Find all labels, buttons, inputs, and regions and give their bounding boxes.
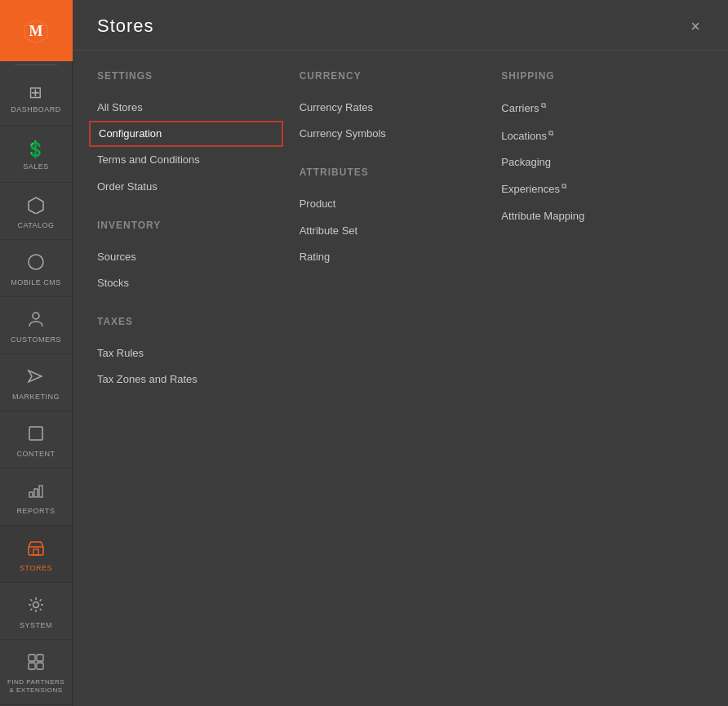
panel-content: Settings All Stores Configuration Terms … — [73, 51, 728, 706]
customers-icon — [27, 310, 45, 332]
section-heading-attributes: Attributes — [300, 167, 486, 178]
sidebar-label-catalog: CATALOG — [17, 221, 54, 230]
section-inventory: Inventory Sources Stocks — [97, 220, 283, 296]
sidebar-item-reports[interactable]: REPORTS — [0, 468, 72, 526]
sidebar-item-mobile-cms[interactable]: MOBILE CMS — [0, 240, 72, 297]
link-all-stores[interactable]: All Stores — [97, 95, 283, 121]
sidebar-item-customers[interactable]: CUSTOMERS — [0, 297, 72, 354]
link-stocks[interactable]: Stocks — [97, 270, 283, 296]
sidebar-item-stores[interactable]: STORES — [0, 526, 72, 583]
section-settings: Settings All Stores Configuration Terms … — [97, 70, 283, 200]
link-packaging[interactable]: Packaging — [501, 149, 687, 175]
sidebar-label-dashboard: DASHBOARD — [11, 105, 61, 114]
sidebar-label-system: SYSTEM — [20, 621, 52, 630]
svg-point-13 — [33, 602, 39, 607]
svg-rect-7 — [29, 427, 42, 440]
sidebar-label-stores: STORES — [20, 564, 52, 573]
column-settings: Settings All Stores Configuration Terms … — [97, 67, 300, 682]
sidebar-item-sales[interactable]: 💲 SALES — [0, 126, 72, 183]
sidebar-item-system[interactable]: SYSTEM — [0, 583, 72, 640]
sidebar-label-mobile-cms: MOBILE CMS — [11, 278, 61, 287]
sidebar-label-customers: CUSTOMERS — [11, 335, 61, 344]
sidebar-label-sales: SALES — [23, 162, 49, 171]
locations-ext-icon: ⧉ — [548, 129, 553, 137]
link-locations[interactable]: Locations⧉ — [501, 122, 687, 150]
stores-panel: Stores × Settings All Stores Configurati… — [73, 0, 728, 706]
svg-marker-3 — [29, 198, 43, 214]
svg-rect-14 — [29, 655, 35, 661]
link-tax-zones-rates[interactable]: Tax Zones and Rates — [97, 366, 283, 393]
mobile-cms-icon — [27, 253, 45, 275]
sidebar-label-marketing: MARKETING — [12, 393, 60, 402]
svg-rect-12 — [33, 549, 38, 555]
catalog-icon — [27, 196, 45, 218]
svg-rect-10 — [39, 486, 42, 497]
link-rating[interactable]: Rating — [300, 244, 486, 270]
carriers-ext-icon: ⧉ — [541, 101, 546, 109]
link-experiences[interactable]: Experiences⧉ — [501, 175, 687, 203]
logo[interactable]: M — [0, 0, 73, 61]
magento-logo-icon: M — [20, 15, 52, 47]
reports-icon — [27, 482, 45, 504]
sidebar-label-find-partners: FIND PARTNERS& EXTENSIONS — [7, 678, 64, 694]
svg-point-4 — [29, 255, 43, 269]
link-currency-rates[interactable]: Currency Rates — [300, 95, 486, 121]
sidebar-divider-top — [15, 64, 58, 65]
section-shipping: Shipping Carriers⧉ Locations⧉ Packaging … — [501, 70, 687, 229]
find-partners-icon — [27, 653, 45, 675]
section-heading-inventory: Inventory — [97, 220, 283, 231]
section-attributes: Attributes Product Attribute Set Rating — [300, 167, 486, 270]
svg-marker-6 — [29, 371, 42, 382]
svg-text:M: M — [29, 23, 43, 39]
panel-header: Stores × — [73, 0, 728, 51]
sidebar-item-catalog[interactable]: CATALOG — [0, 183, 72, 240]
link-order-status[interactable]: Order Status — [97, 174, 283, 200]
link-tax-rules[interactable]: Tax Rules — [97, 340, 283, 366]
sales-icon: 💲 — [25, 140, 47, 159]
sidebar-label-reports: REPORTS — [17, 507, 55, 516]
svg-rect-17 — [37, 663, 43, 669]
section-heading-settings: Settings — [97, 70, 283, 82]
sidebar: M ⊞ DASHBOARD 💲 SALES CATALOG MOBILE CMS — [0, 0, 73, 706]
svg-rect-8 — [29, 492, 33, 497]
marketing-icon — [27, 367, 45, 389]
dashboard-icon: ⊞ — [29, 82, 43, 102]
section-heading-taxes: Taxes — [97, 316, 283, 327]
link-terms-conditions[interactable]: Terms and Conditions — [97, 147, 283, 173]
close-button[interactable]: × — [687, 15, 704, 38]
link-configuration[interactable]: Configuration — [89, 121, 283, 147]
svg-point-5 — [33, 313, 39, 319]
sidebar-label-content: CONTENT — [17, 450, 55, 459]
link-attribute-set[interactable]: Attribute Set — [300, 218, 486, 244]
sidebar-item-content[interactable]: CONTENT — [0, 411, 72, 468]
svg-rect-15 — [37, 655, 43, 661]
svg-rect-11 — [29, 547, 43, 555]
sidebar-item-marketing[interactable]: MARKETING — [0, 354, 72, 411]
section-heading-currency: Currency — [300, 70, 486, 82]
sidebar-item-find-partners[interactable]: FIND PARTNERS& EXTENSIONS — [0, 640, 72, 705]
link-currency-symbols[interactable]: Currency Symbols — [300, 121, 486, 147]
link-sources[interactable]: Sources — [97, 244, 283, 270]
svg-rect-9 — [34, 489, 38, 497]
column-shipping: Shipping Carriers⧉ Locations⧉ Packaging … — [501, 67, 704, 682]
system-icon — [27, 596, 45, 618]
link-attribute-mapping[interactable]: Attribute Mapping — [501, 203, 687, 229]
link-product[interactable]: Product — [300, 191, 486, 217]
sidebar-item-dashboard[interactable]: ⊞ DASHBOARD — [0, 69, 72, 126]
experiences-ext-icon: ⧉ — [562, 182, 566, 190]
section-currency: Currency Currency Rates Currency Symbols — [300, 70, 486, 147]
stores-icon — [27, 539, 45, 561]
panel-title: Stores — [97, 16, 154, 37]
link-carriers[interactable]: Carriers⧉ — [501, 95, 687, 122]
section-taxes: Taxes Tax Rules Tax Zones and Rates — [97, 316, 283, 393]
svg-rect-16 — [29, 663, 35, 669]
section-heading-shipping: Shipping — [501, 70, 687, 82]
content-icon — [27, 424, 45, 446]
column-currency: Currency Currency Rates Currency Symbols… — [300, 67, 502, 682]
